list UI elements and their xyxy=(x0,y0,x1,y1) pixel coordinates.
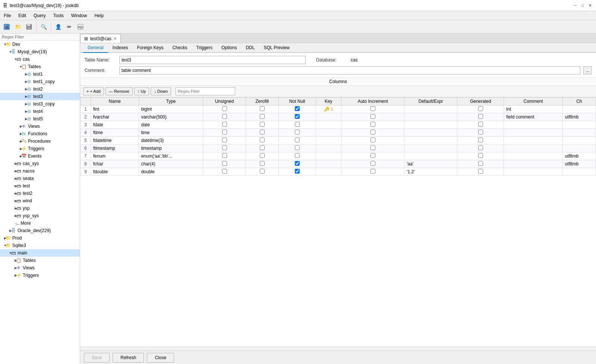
expander-test3copy[interactable]: ▶ xyxy=(0,102,26,106)
expander-views[interactable]: ▶ xyxy=(0,124,21,128)
auto-increment-checkbox[interactable] xyxy=(370,161,375,166)
type-cell[interactable]: varchar(500) xyxy=(139,113,203,121)
tree-item-main-triggers[interactable]: ▶ ⚡ Triggers xyxy=(0,272,80,279)
comment-input[interactable] xyxy=(119,66,580,75)
tree-item-cas-sys[interactable]: ▶ 🗃 cas_sys xyxy=(0,160,80,167)
col-header-not-null[interactable]: Not Null xyxy=(278,98,316,105)
col-header-ch[interactable]: Ch xyxy=(562,98,596,105)
generated-checkbox[interactable] xyxy=(478,122,483,127)
generated-checkbox[interactable] xyxy=(478,114,483,119)
auto-increment-checkbox[interactable] xyxy=(370,169,375,174)
unsigned-cell[interactable] xyxy=(203,152,246,160)
tree-item-events[interactable]: ▶ 📅 Events xyxy=(0,152,80,160)
expander-main-triggers[interactable]: ▶ xyxy=(0,273,16,277)
expander-tables[interactable]: ▼ xyxy=(0,65,21,69)
menu-window[interactable]: Window xyxy=(67,11,91,20)
unsigned-checkbox[interactable] xyxy=(222,122,227,127)
name-cell[interactable]: fdatetime xyxy=(91,137,139,145)
expander-seata[interactable]: ▶ xyxy=(0,177,16,180)
not-null-checkbox[interactable] xyxy=(295,114,300,119)
not-null-cell[interactable] xyxy=(278,145,316,152)
auto-increment-checkbox[interactable] xyxy=(370,130,375,134)
not-null-cell[interactable] xyxy=(278,129,316,137)
auto-increment-cell[interactable] xyxy=(341,121,404,129)
toolbar-sql-btn[interactable]: SQL xyxy=(75,22,86,32)
tree-item-dev[interactable]: ▼ 📁 Dev xyxy=(0,41,80,48)
auto-increment-checkbox[interactable] xyxy=(370,153,375,158)
add-column-btn[interactable]: + + Add xyxy=(83,87,104,95)
not-null-checkbox[interactable] xyxy=(295,137,300,142)
expander-cas[interactable]: ▼ xyxy=(0,57,16,61)
expander-wind[interactable]: ▶ xyxy=(0,199,16,203)
expander-test1[interactable]: ▶ xyxy=(0,72,26,76)
zerofill-checkbox[interactable] xyxy=(260,145,265,150)
type-cell[interactable]: enum('aa','bb'... xyxy=(139,152,203,160)
tree-item-test3-copy[interactable]: ▶ ⊞ test3_copy xyxy=(0,100,80,108)
tree-item-seata[interactable]: ▶ 🗃 seata xyxy=(0,175,80,182)
tree-item-main-tables[interactable]: ▶ 📋 Tables xyxy=(0,257,80,264)
zerofill-cell[interactable] xyxy=(246,137,278,145)
col-header-comment[interactable]: Comment xyxy=(504,98,562,105)
generated-cell[interactable] xyxy=(457,105,504,113)
tree-item-cas[interactable]: ▼ 🗃 cas xyxy=(0,56,80,63)
col-header-type[interactable]: Type xyxy=(139,98,203,105)
name-cell[interactable]: fdate xyxy=(91,121,139,129)
generated-cell[interactable] xyxy=(457,113,504,121)
generated-checkbox[interactable] xyxy=(478,161,483,166)
auto-increment-cell[interactable] xyxy=(341,152,404,160)
not-null-checkbox[interactable] xyxy=(295,145,300,150)
editor-tab-indexes[interactable]: Indexes xyxy=(108,43,133,53)
unsigned-checkbox[interactable] xyxy=(222,169,227,174)
expander-test4[interactable]: ▶ xyxy=(0,110,26,113)
generated-cell[interactable] xyxy=(457,160,504,168)
expander-oracle-dev[interactable]: ▶ xyxy=(0,229,10,232)
zerofill-checkbox[interactable] xyxy=(260,122,265,127)
unsigned-cell[interactable] xyxy=(203,168,246,176)
not-null-checkbox[interactable] xyxy=(295,130,300,134)
zerofill-checkbox[interactable] xyxy=(260,161,265,166)
refresh-button[interactable]: Refresh xyxy=(113,353,144,363)
editor-tab-checks[interactable]: Checks xyxy=(168,43,192,53)
zerofill-checkbox[interactable] xyxy=(260,169,265,174)
expander-cas-sys[interactable]: ▶ xyxy=(0,162,16,165)
editor-tab-options[interactable]: Options xyxy=(217,43,241,53)
type-cell[interactable]: time xyxy=(139,129,203,137)
expander-sqlite3[interactable]: ▼ xyxy=(0,244,5,247)
unsigned-checkbox[interactable] xyxy=(222,130,227,134)
remove-column-btn[interactable]: — Remove xyxy=(105,87,133,95)
editor-tab-sql-preview[interactable]: SQL Preview xyxy=(259,43,294,53)
toolbar-open-btn[interactable]: 📁 xyxy=(13,22,23,32)
generated-checkbox[interactable] xyxy=(478,106,483,111)
maximize-button[interactable]: □ xyxy=(580,3,586,9)
name-cell[interactable]: fvarchar xyxy=(91,113,139,121)
tree-item-test1-copy[interactable]: ▶ ⊞ test1_copy xyxy=(0,78,80,85)
not-null-checkbox[interactable] xyxy=(295,106,300,111)
toolbar-user-btn[interactable]: 👤 xyxy=(53,22,63,32)
unsigned-checkbox[interactable] xyxy=(222,137,227,142)
expander-nacos[interactable]: ▶ xyxy=(0,169,16,173)
expander-ysp[interactable]: ▶ xyxy=(0,206,16,210)
generated-cell[interactable] xyxy=(457,121,504,129)
move-down-btn[interactable]: ↓ Down xyxy=(151,87,171,95)
toolbar-find-btn[interactable]: 🔍 xyxy=(38,22,49,32)
auto-increment-checkbox[interactable] xyxy=(370,106,375,111)
generated-checkbox[interactable] xyxy=(478,130,483,134)
tree-item-oracle-dev[interactable]: ▶ 🗄 Oracle_dev(229) xyxy=(0,227,80,234)
tab-close-btn[interactable]: ✕ xyxy=(114,37,117,41)
tree-item-test4[interactable]: ▶ ⊞ test4 xyxy=(0,108,80,115)
expander-mysql-dev[interactable]: ▼ xyxy=(0,50,10,54)
expander-main[interactable]: ▼ xyxy=(0,251,10,255)
tree-item-views[interactable]: ▶ 👁 Views xyxy=(0,123,80,130)
expander-main-views[interactable]: ▶ xyxy=(0,266,16,270)
tab-test3[interactable]: ⊞ test3@cas ✕ xyxy=(80,34,121,43)
col-header-name[interactable]: Name xyxy=(91,98,139,105)
zerofill-checkbox[interactable] xyxy=(260,106,265,111)
tree-item-test-db[interactable]: ▶ 🗃 test xyxy=(0,182,80,190)
menu-edit[interactable]: Edit xyxy=(15,11,30,20)
zerofill-cell[interactable] xyxy=(246,145,278,152)
tree-item-procedures[interactable]: ▶ Ps Procedures xyxy=(0,137,80,145)
move-up-btn[interactable]: ↑ Up xyxy=(134,87,149,95)
tree-container[interactable]: ▼ 📁 Dev ▼ 🗄 Mysql_dev(19) ▼ 🗃 cas ▼ 📋 Ta… xyxy=(0,41,80,364)
generated-checkbox[interactable] xyxy=(478,137,483,142)
auto-increment-cell[interactable] xyxy=(341,129,404,137)
